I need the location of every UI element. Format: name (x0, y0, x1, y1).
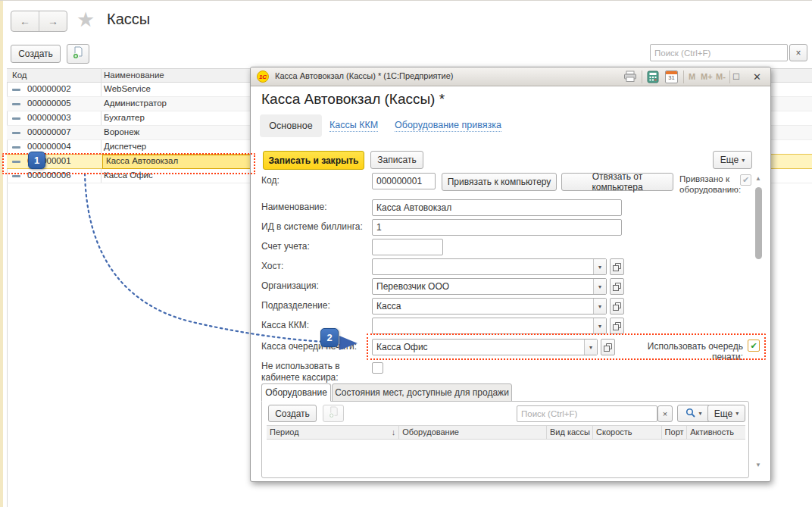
division-label: Подразделение: (261, 300, 330, 311)
column-header-period[interactable]: Период ↓ (267, 426, 399, 439)
item-icon (12, 132, 20, 134)
memory-mplus-button[interactable]: M+ (701, 72, 713, 81)
name-field[interactable] (372, 199, 622, 216)
kkm-field[interactable] (373, 318, 593, 333)
close-button[interactable]: ✕ (753, 71, 761, 83)
row-name: Диспетчер (104, 142, 146, 151)
scrollbar-thumb[interactable] (755, 187, 762, 259)
scroll-up-icon[interactable]: ▲ (755, 175, 761, 182)
organization-field[interactable] (373, 279, 593, 294)
dialog-titlebar[interactable]: 1С Касса Автовокзал (Кассы) * (1С:Предпр… (251, 67, 770, 86)
memory-mminus-button[interactable]: M- (716, 72, 726, 81)
equipment-more-button[interactable]: Еще ▾ (707, 405, 745, 422)
equipment-search-input[interactable] (517, 405, 657, 422)
host-combo[interactable]: ▾ (372, 258, 607, 275)
equipment-table-header: Период ↓ Оборудование Вид кассы Скорость… (267, 425, 745, 440)
memory-m-button[interactable]: M (689, 72, 695, 81)
column-header-activity[interactable]: Активность (687, 426, 745, 439)
equipment-copy-button[interactable] (323, 405, 344, 422)
bind-to-computer-button[interactable]: Привязать к компьютеру (442, 173, 557, 191)
organization-label: Организация: (261, 280, 319, 291)
host-open-button[interactable] (610, 258, 624, 275)
chevron-down-icon: ▾ (735, 410, 739, 417)
tab-main[interactable]: Основное (260, 114, 322, 137)
more-label: Еще (714, 408, 732, 419)
tab-equipment[interactable]: Оборудование (261, 383, 331, 402)
division-combo[interactable]: ▾ (372, 298, 607, 315)
no-cabinet-checkbox[interactable] (372, 362, 383, 374)
account-field[interactable] (372, 239, 443, 255)
check-icon: ✔ (742, 176, 749, 184)
dropdown-icon[interactable]: ▾ (593, 259, 606, 274)
search-icon (686, 408, 695, 420)
dropdown-icon[interactable]: ▾ (593, 279, 606, 294)
billing-id-label: ИД в системе биллинга: (261, 221, 363, 232)
more-button[interactable]: Еще ▾ (713, 151, 752, 169)
column-header-speed[interactable]: Скорость (593, 426, 662, 439)
row-name: Воронеж (104, 127, 139, 136)
titlebar-separator (729, 70, 730, 83)
tab-seat-states[interactable]: Состояния мест, доступные для продажи (332, 383, 512, 402)
back-icon: ← (20, 15, 30, 27)
row-name: WebService (104, 84, 151, 93)
item-icon (12, 175, 20, 177)
dialog-heading: Касса Автовокзал (Кассы) * (261, 91, 445, 108)
tab-kkm-link[interactable]: Кассы ККМ (329, 120, 378, 132)
search-clear-button[interactable]: × (789, 44, 807, 61)
organization-open-button[interactable] (610, 278, 624, 295)
host-field[interactable] (373, 259, 593, 274)
division-open-button[interactable] (610, 298, 624, 315)
billing-id-field[interactable] (372, 219, 622, 236)
equipment-table-body[interactable] (267, 440, 745, 474)
column-header-name[interactable]: Наименование (104, 70, 164, 80)
create-new-group-button[interactable] (67, 44, 89, 64)
back-button[interactable]: ← (11, 11, 39, 31)
column-header-equipment[interactable]: Оборудование (399, 426, 547, 439)
item-icon (12, 89, 20, 91)
open-icon (613, 263, 621, 271)
more-label: Еще (720, 155, 739, 165)
printer-icon[interactable] (623, 70, 637, 86)
maximize-button[interactable]: □ (733, 70, 739, 82)
titlebar-separator (683, 70, 684, 83)
division-field[interactable] (373, 299, 593, 314)
forward-icon: → (48, 15, 58, 27)
cash-register-dialog: 1С Касса Автовокзал (Кассы) * (1С:Предпр… (250, 67, 771, 482)
save-and-close-button[interactable]: Записать и закрыть (263, 151, 364, 170)
equipment-search-clear-button[interactable]: × (657, 405, 673, 422)
favorite-star-icon[interactable]: ★ (77, 8, 95, 32)
column-header-port[interactable]: Порт (662, 426, 688, 439)
chevron-down-icon: ▾ (698, 410, 701, 417)
create-button[interactable]: Создать (11, 45, 61, 63)
equipment-create-button[interactable]: Создать (268, 405, 317, 422)
scroll-down-icon[interactable]: ▼ (755, 462, 761, 468)
dropdown-icon[interactable]: ▾ (593, 299, 606, 314)
sort-desc-icon: ↓ (392, 427, 396, 437)
dropdown-icon[interactable]: ▾ (593, 318, 606, 333)
calendar-day-label: 31 (666, 74, 677, 82)
equipment-panel: Создать × ▾ Еще ▾ Период ↓ (261, 401, 749, 478)
kkm-open-button[interactable] (610, 318, 624, 334)
window-top-border (0, 0, 812, 1)
calculator-icon[interactable] (647, 70, 659, 86)
column-header-kind[interactable]: Вид кассы (547, 426, 593, 439)
save-button[interactable]: Записать (370, 151, 423, 169)
kkm-combo[interactable]: ▾ (372, 318, 607, 334)
column-header-code[interactable]: Код (12, 70, 27, 80)
titlebar-separator (642, 70, 642, 83)
unbind-from-computer-button[interactable]: Отвязать от компьютера (561, 173, 673, 191)
forward-button[interactable]: → (39, 11, 67, 31)
calendar-icon[interactable]: 31 (665, 70, 678, 83)
step-badge-1: 1 (28, 152, 45, 169)
equipment-find-button[interactable]: ▾ (677, 405, 710, 422)
document-plus-icon (72, 46, 84, 61)
search-input[interactable] (650, 44, 788, 61)
page-title: Кассы (107, 11, 150, 28)
code-label: Код: (261, 175, 280, 186)
tab-equipment-link[interactable]: Оборудование привязка (395, 120, 501, 132)
organization-combo[interactable]: ▾ (372, 278, 607, 295)
name-label: Наименование: (261, 202, 327, 212)
account-label: Счет учета: (261, 241, 310, 252)
row-name: Бухгалтер (104, 113, 145, 122)
code-field[interactable] (372, 173, 436, 189)
